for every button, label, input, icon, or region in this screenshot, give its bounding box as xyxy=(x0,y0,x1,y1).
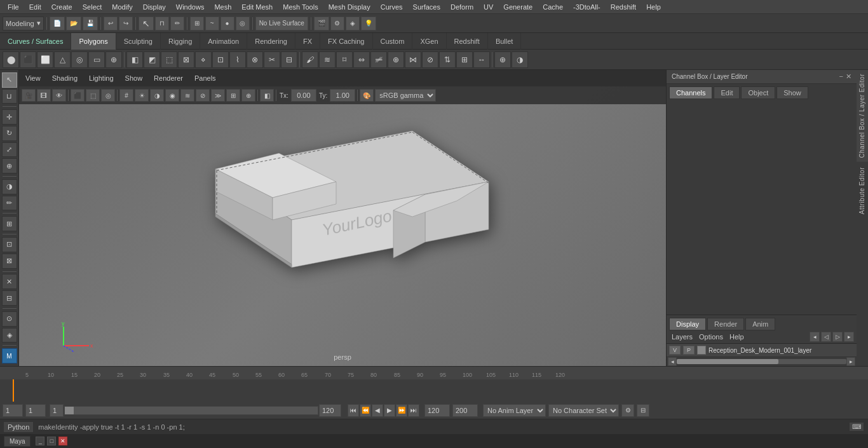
universal-tool-btn[interactable]: ⊕ xyxy=(2,158,17,173)
command-line[interactable]: makeIdentity -apply true -t 1 -r 1 -s 1 … xyxy=(38,423,844,431)
snap-together-btn[interactable]: ⊙ xyxy=(2,311,17,327)
tab-redshift[interactable]: Redshift xyxy=(447,33,488,50)
cut-btn[interactable]: ✂ xyxy=(264,51,280,68)
tab-polygons[interactable]: Polygons xyxy=(71,33,116,50)
vp-shadow-btn[interactable]: ◑ xyxy=(150,89,164,102)
merge-btn[interactable]: ⋈ xyxy=(405,51,421,68)
more-prims-btn[interactable]: ⊕ xyxy=(105,51,122,68)
redo-btn[interactable]: ↪ xyxy=(119,17,133,31)
viewport[interactable]: View Shading Lighting Show Renderer Pane… xyxy=(19,70,666,366)
select-tool-btn[interactable]: ↖ xyxy=(139,17,154,31)
anim-layer-dropdown[interactable]: No Anim Layer xyxy=(483,404,546,417)
snap-view-btn[interactable]: ◎ xyxy=(236,17,250,31)
lasso-tool-btn[interactable]: ⊓ xyxy=(155,17,169,31)
menu-edit-mesh[interactable]: Edit Mesh xyxy=(236,2,278,12)
range-start-field[interactable] xyxy=(50,404,64,417)
smooth-mesh-btn[interactable]: ◑ xyxy=(512,51,528,68)
crease-btn[interactable]: ≋ xyxy=(319,51,336,68)
menu-generate[interactable]: Generate xyxy=(498,2,538,12)
lasso-select-btn[interactable]: ⊔ xyxy=(2,89,17,104)
vp-colorspace-dropdown[interactable]: sRGB gamma xyxy=(375,89,436,102)
paint-select-btn[interactable]: ✏ xyxy=(2,196,17,211)
menu-3dto[interactable]: -3DtoAll- xyxy=(568,2,606,12)
menu-display[interactable]: Display xyxy=(138,2,171,12)
vp-ao-btn[interactable]: ◉ xyxy=(165,89,179,102)
menu-uv[interactable]: UV xyxy=(478,2,498,12)
timeline-ruler[interactable]: 5 10 15 20 25 30 35 40 45 50 55 60 65 70… xyxy=(0,367,868,379)
start-frame-field[interactable] xyxy=(25,404,46,417)
vp-shading-btn[interactable]: ⬛ xyxy=(71,89,85,102)
layer-scrollbar-track[interactable] xyxy=(677,359,846,364)
more-ops-btn[interactable]: ⊕ xyxy=(494,51,511,68)
play-back-btn[interactable]: ◀ xyxy=(372,404,383,417)
vp-gizmo-btn[interactable]: ⊕ xyxy=(241,89,255,102)
minimize-btn[interactable]: _ xyxy=(36,437,44,445)
append-poly-btn[interactable]: ⊠ xyxy=(2,254,17,269)
range-max-field[interactable] xyxy=(452,404,478,417)
fill-hole-btn[interactable]: ⊡ xyxy=(212,51,229,68)
cb-tab-edit[interactable]: Edit xyxy=(714,86,740,99)
vp-wireframe-btn[interactable]: ⬚ xyxy=(86,89,100,102)
scale-tool-btn[interactable]: ⤢ xyxy=(2,142,17,158)
new-scene-btn[interactable]: 📄 xyxy=(50,17,65,31)
anim-filter-btn[interactable]: ⊟ xyxy=(637,404,649,417)
undo-btn[interactable]: ↩ xyxy=(104,17,118,31)
vp-hud-btn[interactable]: ⊞ xyxy=(226,89,240,102)
tab-custom[interactable]: Custom xyxy=(373,33,413,50)
step-back-btn[interactable]: ⏪ xyxy=(360,404,371,417)
tab-sculpting[interactable]: Sculpting xyxy=(116,33,161,50)
cb-tab-channels[interactable]: Channels xyxy=(669,86,712,99)
vp-stereo-btn[interactable]: 👁 xyxy=(52,89,66,102)
restore-btn[interactable]: □ xyxy=(47,437,56,445)
menu-select[interactable]: Select xyxy=(78,2,107,12)
layer-playback-btn[interactable]: P xyxy=(683,346,695,355)
create-poly-btn[interactable]: ⊡ xyxy=(2,237,17,252)
target-weld-btn[interactable]: ⊕ xyxy=(388,51,404,68)
help-menu[interactable]: Help xyxy=(727,332,747,342)
vp-menu-view[interactable]: View xyxy=(23,73,43,83)
open-scene-btn[interactable]: 📂 xyxy=(66,17,81,31)
bridge-btn[interactable]: ⋄ xyxy=(195,51,212,68)
paint-weight-btn[interactable]: 🖌 xyxy=(302,51,318,68)
timeline-track[interactable] xyxy=(0,379,868,402)
layer-tab-anim[interactable]: Anim xyxy=(745,318,775,330)
vp-grid-btn[interactable]: # xyxy=(119,89,133,102)
layer-scroll-fwd2-btn[interactable]: ▷ xyxy=(832,332,843,342)
select-mode-btn[interactable]: ↖ xyxy=(2,72,17,88)
menu-cache[interactable]: Cache xyxy=(538,2,568,12)
connect-btn[interactable]: ⊟ xyxy=(2,290,17,306)
cb-tab-object[interactable]: Object xyxy=(741,86,775,99)
render-btn[interactable]: 🎬 xyxy=(314,17,329,31)
vp-render-cam-btn[interactable]: 🎞 xyxy=(37,89,51,102)
vp-menu-panels[interactable]: Panels xyxy=(192,73,219,83)
wireframe-btn[interactable]: ⬚ xyxy=(161,51,177,68)
bevel-btn[interactable]: ⌇ xyxy=(229,51,246,68)
layer-tab-render[interactable]: Render xyxy=(707,318,744,330)
anim-settings-btn[interactable]: ⚙ xyxy=(621,404,634,417)
rotate-tool-btn[interactable]: ↻ xyxy=(2,126,17,141)
mirror-btn[interactable]: ⇔ xyxy=(353,51,370,68)
vp-menu-show[interactable]: Show xyxy=(123,73,146,83)
render-settings-btn[interactable]: ⚙ xyxy=(330,17,344,31)
layer-scroll-back2-btn[interactable]: ◁ xyxy=(821,332,831,342)
char-set-dropdown[interactable]: No Character Set xyxy=(548,404,619,417)
collapse-btn[interactable]: ⊘ xyxy=(422,51,438,68)
split-poly-btn[interactable]: ⊞ xyxy=(456,51,473,68)
vp-menu-lighting[interactable]: Lighting xyxy=(86,73,116,83)
layer-scroll-back-btn[interactable]: ◂ xyxy=(810,332,820,342)
vp-dof-btn[interactable]: ⊘ xyxy=(196,89,210,102)
layers-menu[interactable]: Layers xyxy=(669,332,695,342)
multi-cut-btn[interactable]: ✕ xyxy=(2,274,17,289)
snap-grid-btn[interactable]: ⊞ xyxy=(190,17,204,31)
menu-mesh[interactable]: Mesh xyxy=(209,2,236,12)
show-manip-btn[interactable]: ⊞ xyxy=(2,216,17,231)
torus-icon-btn[interactable]: ◎ xyxy=(71,51,88,68)
vp-translate-x-field[interactable] xyxy=(291,89,316,102)
menu-deform[interactable]: Deform xyxy=(445,2,478,12)
cylinder-icon-btn[interactable]: ⬜ xyxy=(37,51,53,68)
tab-fx[interactable]: FX xyxy=(295,33,320,50)
skip-to-start-btn[interactable]: ⏮ xyxy=(348,404,359,417)
layer-tab-display[interactable]: Display xyxy=(669,318,706,330)
vp-fog-btn[interactable]: ≋ xyxy=(180,89,194,102)
menu-mesh-tools[interactable]: Mesh Tools xyxy=(278,2,323,12)
